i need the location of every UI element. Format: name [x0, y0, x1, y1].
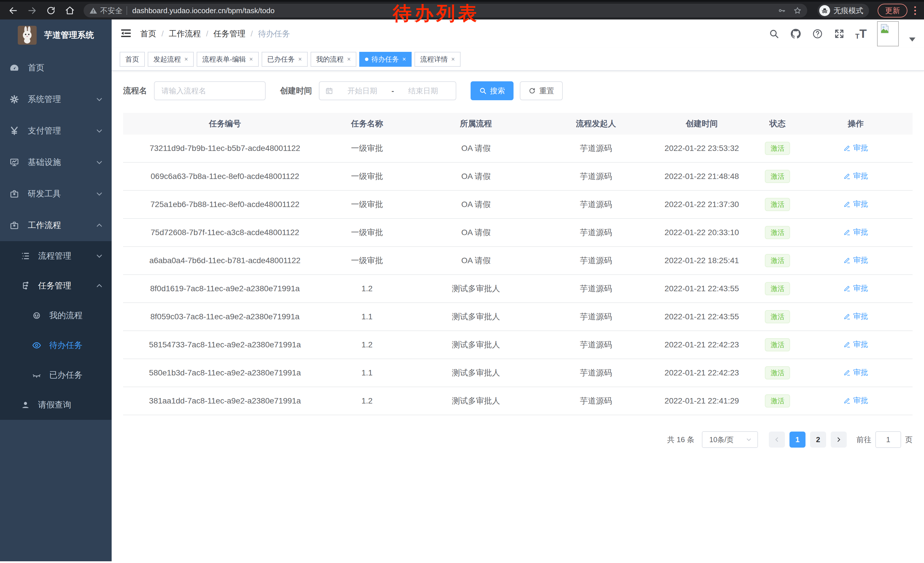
tab-process-detail[interactable]: 流程详情×	[414, 52, 460, 67]
process-cell: OA 请假	[407, 199, 545, 210]
breadcrumb: 首页 / 工作流程 / 任务管理 / 待办任务	[140, 29, 290, 39]
starter-cell: 芋道源码	[545, 227, 648, 238]
approve-link[interactable]: 审批	[843, 171, 868, 181]
sidebar-item-process-mgmt[interactable]: 流程管理	[0, 241, 112, 271]
approve-link[interactable]: 审批	[843, 255, 868, 265]
help-icon[interactable]	[812, 28, 823, 39]
tags-view-bar: 首页 发起流程× 流程表单-编辑× 已办任务× 我的流程× 待办任务× 流程详情…	[112, 48, 924, 71]
col-actions: 操作	[799, 118, 912, 129]
status-badge: 激活	[765, 338, 790, 351]
top-navbar: 首页 / 工作流程 / 任务管理 / 待办任务 TT	[112, 20, 924, 48]
task-id-cell: 75d72608-7b7f-11ec-a3c8-acde48001122	[123, 228, 327, 237]
process-name-label: 流程名	[123, 86, 147, 96]
sidebar-item-done-tasks[interactable]: 已办任务	[0, 360, 112, 390]
create-time-label: 创建时间	[280, 86, 312, 96]
prev-page-button[interactable]	[769, 432, 785, 447]
status-cell: 激活	[756, 170, 799, 183]
browser-forward-button[interactable]	[24, 3, 40, 19]
process-cell: 测试多审批人	[407, 339, 545, 350]
sidebar-item-todo-tasks[interactable]: 待办任务	[0, 330, 112, 360]
approve-link[interactable]: 审批	[843, 283, 868, 293]
page-button-2[interactable]: 2	[810, 432, 826, 447]
table-row: a6aba0a4-7b6d-11ec-b781-acde48001122 一级审…	[123, 247, 912, 275]
edit-pencil-icon	[843, 257, 851, 264]
breadcrumb-task-mgmt[interactable]: 任务管理	[213, 29, 246, 39]
fullscreen-icon[interactable]	[834, 28, 845, 39]
sidebar-item-workflow[interactable]: 工作流程	[0, 210, 112, 241]
task-id-cell: 725a1eb6-7b88-11ec-8ef0-acde48001122	[123, 200, 327, 209]
avatar[interactable]	[877, 21, 899, 47]
close-icon[interactable]: ×	[249, 56, 253, 63]
approve-link[interactable]: 审批	[843, 227, 868, 237]
col-process: 所属流程	[407, 118, 545, 129]
search-button[interactable]: 搜索	[471, 81, 513, 100]
approve-link[interactable]: 审批	[843, 395, 868, 405]
password-key-icon[interactable]	[778, 7, 786, 15]
starter-cell: 芋道源码	[545, 339, 648, 350]
process-cell: OA 请假	[407, 227, 545, 238]
page-size-select[interactable]: 10条/页	[702, 431, 758, 448]
app-logo-row[interactable]: 芋道管理系统	[0, 20, 112, 45]
action-cell: 审批	[799, 339, 912, 350]
browser-back-button[interactable]	[5, 3, 21, 19]
sidebar-item-dev-tools[interactable]: 研发工具	[0, 178, 112, 210]
sidebar-item-leave-query[interactable]: 请假查询	[0, 390, 112, 420]
sidebar: 芋道管理系统 首页 系统管理 支付管理 基础设施	[0, 20, 112, 561]
tab-process-form-edit[interactable]: 流程表单-编辑×	[196, 52, 259, 67]
todo-task-table: 任务编号 任务名称 所属流程 流程发起人 创建时间 状态 操作 73211d9d…	[123, 113, 912, 415]
date-range-picker[interactable]: 开始日期 - 结束日期	[319, 81, 456, 100]
goto-page-input[interactable]	[875, 431, 901, 448]
status-badge: 激活	[765, 310, 790, 323]
close-icon[interactable]: ×	[402, 56, 406, 63]
task-name-cell: 1.1	[327, 368, 407, 377]
sidebar-item-task-mgmt[interactable]: 任务管理	[0, 271, 112, 301]
browser-refresh-button[interactable]	[43, 3, 59, 19]
chevron-down-icon	[96, 190, 103, 198]
close-icon[interactable]: ×	[184, 56, 188, 63]
sidebar-item-infrastructure[interactable]: 基础设施	[0, 147, 112, 178]
tab-my-processes[interactable]: 我的流程×	[310, 52, 357, 67]
table-body: 73211d9d-7b9b-11ec-b5b7-acde48001122 一级审…	[123, 135, 912, 415]
page-button-1[interactable]: 1	[789, 432, 806, 447]
briefcase-icon	[9, 221, 19, 230]
breadcrumb-current: 待办任务	[258, 29, 290, 39]
tab-home[interactable]: 首页	[120, 52, 145, 67]
status-badge: 激活	[765, 142, 790, 155]
sidebar-item-my-processes[interactable]: 我的流程	[0, 301, 112, 330]
close-icon[interactable]: ×	[451, 56, 455, 63]
github-icon[interactable]	[790, 28, 801, 39]
tab-todo-tasks[interactable]: 待办任务×	[359, 52, 412, 67]
search-icon[interactable]	[768, 28, 780, 39]
edit-pencil-icon	[843, 173, 851, 180]
approve-link[interactable]: 审批	[843, 311, 868, 321]
sidebar-collapse-icon[interactable]	[120, 27, 133, 40]
action-cell: 审批	[799, 368, 912, 378]
approve-link[interactable]: 审批	[843, 199, 868, 209]
tree-icon	[21, 281, 30, 290]
close-icon[interactable]: ×	[347, 56, 351, 63]
sidebar-item-payment-mgmt[interactable]: 支付管理	[0, 115, 112, 147]
font-size-icon[interactable]: TT	[855, 28, 867, 40]
sidebar-item-home[interactable]: 首页	[0, 52, 112, 84]
close-icon[interactable]: ×	[298, 56, 302, 63]
reset-button[interactable]: 重置	[520, 81, 563, 100]
sidebar-item-system-mgmt[interactable]: 系统管理	[0, 84, 112, 115]
bookmark-star-icon[interactable]	[794, 7, 801, 15]
col-create-time: 创建时间	[647, 118, 756, 129]
next-page-button[interactable]	[831, 432, 847, 447]
tab-start-process[interactable]: 发起流程×	[148, 52, 194, 67]
table-row: 069c6a63-7b8a-11ec-8ef0-acde48001122 一级审…	[123, 163, 912, 191]
approve-link[interactable]: 审批	[843, 368, 868, 377]
breadcrumb-workflow[interactable]: 工作流程	[169, 29, 201, 39]
tab-done-tasks[interactable]: 已办任务×	[262, 52, 308, 67]
breadcrumb-home[interactable]: 首页	[140, 29, 156, 39]
approve-link[interactable]: 审批	[843, 339, 868, 349]
create-time-cell: 2022-01-21 22:42:23	[647, 340, 756, 349]
task-id-cell: 580e1b3d-7ac8-11ec-a9e2-a2380e71991a	[123, 368, 327, 377]
avatar-dropdown-caret[interactable]	[909, 38, 915, 42]
browser-update-button[interactable]: 更新	[878, 4, 908, 18]
browser-home-button[interactable]	[62, 3, 78, 19]
approve-link[interactable]: 审批	[843, 143, 868, 153]
browser-menu-icon[interactable]	[911, 6, 919, 15]
process-name-input[interactable]	[154, 81, 266, 100]
